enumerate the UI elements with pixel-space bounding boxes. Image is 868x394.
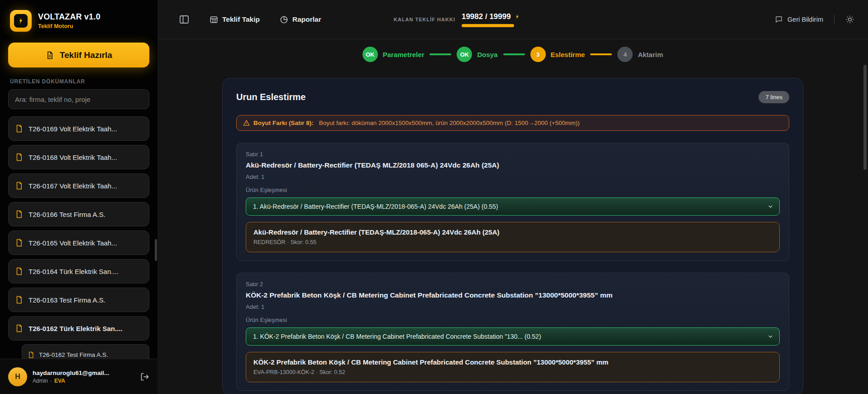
document-label: T26-0162 Test Firma A.S.	[39, 351, 108, 358]
document-list-item[interactable]: T26-0164 Türk Elektrik San....	[8, 259, 149, 283]
logout-icon[interactable]	[140, 372, 149, 381]
product-matching-card: Urun Eslestirme 7 lines Boyut Farkı (Sat…	[222, 78, 803, 394]
new-quote-label: Teklif Hazırla	[60, 50, 112, 60]
row-quantity: Adet: 1	[246, 173, 780, 180]
quota-value: 19982 / 19999	[462, 12, 511, 21]
app-header: VOLTAZAR v1.0 Teklif Motoru	[0, 0, 157, 36]
row-line-number: Satır 2	[246, 281, 780, 288]
document-list-item-active[interactable]: T26-0162 Türk Elektrik San....	[8, 316, 149, 341]
wizard-stepper: OK Parametreler OK Dosya 3 Eslestirme 4 …	[157, 47, 868, 62]
document-label: T26-0163 Test Firma A.S.	[29, 296, 105, 304]
row-line-number: Satır 1	[246, 151, 780, 158]
new-quote-button[interactable]: Teklif Hazırla	[8, 43, 149, 67]
matched-product-box: KÖK-2 Prefabrik Beton Köşk / CB Metering…	[246, 352, 780, 382]
matched-product-meta: EVA-PRB-13000-KÖK-2 · Skor: 0.52	[253, 369, 772, 375]
step-eslestirme[interactable]: 3 Eslestirme	[530, 47, 585, 62]
lines-count-badge: 7 lines	[758, 91, 789, 103]
role-separator: ·	[50, 378, 52, 384]
theme-toggle-sun-icon[interactable]	[845, 15, 854, 24]
matched-product-title: KÖK-2 Prefabrik Beton Köşk / CB Metering…	[253, 358, 772, 366]
document-label: T26-0162 Türk Elektrik San....	[29, 325, 123, 332]
file-icon	[15, 239, 23, 247]
warning-label: Boyut Farkı (Satır 8):	[253, 120, 314, 126]
file-icon	[15, 182, 23, 190]
user-role: Admin	[33, 378, 48, 384]
document-list-item[interactable]: T26-0166 Test Firma A.S.	[8, 202, 149, 226]
matching-row: Satır 1 Akü-Redresör / Battery-Rectifier…	[236, 143, 789, 261]
quota-progress-bar	[462, 24, 514, 27]
step-label: Eslestirme	[551, 51, 585, 58]
lightning-bolt-icon	[14, 14, 28, 28]
app-title: VOLTAZAR v1.0	[38, 12, 100, 22]
file-icon	[15, 324, 23, 332]
file-icon	[15, 296, 23, 304]
document-label: T26-0166 Test Firma A.S.	[29, 211, 105, 218]
step-parametreler[interactable]: OK Parametreler	[362, 47, 424, 62]
page-scrollbar[interactable]	[863, 65, 867, 170]
document-label: T26-0165 Volt Elektrik Taah...	[29, 239, 117, 247]
document-list-item[interactable]: T26-0169 Volt Elektrik Taah...	[8, 116, 149, 141]
main-area: Teklif Takip Raporlar KALAN TEKLİF HAKKI…	[157, 0, 868, 394]
nav-label: Teklif Takip	[222, 15, 260, 24]
document-label: T26-0168 Volt Elektrik Taah...	[29, 154, 117, 161]
app-logo	[10, 10, 32, 32]
document-list-item[interactable]: T26-0167 Volt Elektrik Taah...	[8, 173, 149, 198]
document-icon	[45, 51, 54, 60]
matched-product-box: Akü-Redresör / Battery-Rectifier (TEDAŞ-…	[246, 222, 780, 252]
document-label: T26-0167 Volt Elektrik Taah...	[29, 182, 117, 190]
feedback-button[interactable]: Geri Bildirim	[775, 15, 823, 24]
table-icon	[210, 15, 218, 24]
documents-list: T26-0169 Volt Elektrik Taah... T26-0168 …	[0, 115, 157, 359]
document-list-item[interactable]: T26-0168 Volt Elektrik Taah...	[8, 145, 149, 169]
file-icon	[15, 210, 23, 218]
file-icon	[28, 351, 34, 358]
step-label: Aktarim	[638, 51, 663, 58]
step-aktarim[interactable]: 4 Aktarim	[617, 47, 663, 62]
product-match-select[interactable]: 1. KÖK-2 Prefabrik Beton Köşk / CB Meter…	[246, 327, 780, 346]
document-label: T26-0164 Türk Elektrik San....	[29, 268, 119, 275]
avatar: H	[8, 367, 27, 386]
match-select-label: Ürün Eşleşmesi	[246, 317, 780, 323]
document-list-item[interactable]: T26-0165 Volt Elektrik Taah...	[8, 231, 149, 255]
user-email: haydarnuroglu61@gmail...	[33, 370, 135, 376]
file-icon	[15, 267, 23, 275]
quota-counter: KALAN TEKLİF HAKKI 19982 / 19999	[394, 0, 520, 39]
topbar: Teklif Takip Raporlar KALAN TEKLİF HAKKI…	[157, 0, 868, 39]
step-badge: 3	[530, 47, 546, 62]
file-icon	[15, 125, 23, 133]
row-quantity: Adet: 1	[246, 303, 780, 310]
sidebar: VOLTAZAR v1.0 Teklif Motoru Teklif Hazır…	[0, 0, 157, 394]
step-connector	[429, 53, 451, 55]
row-item-title: KÖK-2 Prefabrik Beton Köşk / CB Metering…	[246, 291, 780, 299]
documents-search-input[interactable]	[8, 89, 149, 109]
chat-bubble-icon	[775, 15, 783, 24]
step-label: Parametreler	[383, 51, 424, 58]
step-label: Dosya	[477, 51, 497, 58]
document-list-item[interactable]: T26-0163 Test Firma A.S.	[8, 288, 149, 312]
app-subtitle: Teklif Motoru	[38, 23, 100, 29]
product-match-select[interactable]: 1. Akü-Redresör / Battery-Rectifier (TED…	[246, 197, 780, 216]
warning-message: Boyut farkı: döküman 2000x1500x500mm, ür…	[319, 120, 580, 126]
step-connector	[590, 53, 612, 55]
file-icon	[15, 153, 23, 161]
sidebar-toggle-icon[interactable]	[179, 14, 190, 25]
nav-teklif-takip[interactable]: Teklif Takip	[210, 15, 260, 24]
row-item-title: Akü-Redresör / Battery-Rectifier (TEDAŞ …	[246, 161, 780, 169]
step-badge: OK	[457, 47, 472, 62]
card-title: Urun Eslestirme	[236, 92, 305, 102]
documents-section-header: ÜRETİLEN DÖKÜMANLAR	[10, 78, 148, 85]
feedback-label: Geri Bildirim	[787, 16, 823, 23]
step-dosya[interactable]: OK Dosya	[457, 47, 497, 62]
matched-product-title: Akü-Redresör / Battery-Rectifier (TEDAŞ-…	[253, 228, 772, 236]
document-child-item[interactable]: T26-0162 Test Firma A.S.	[22, 344, 149, 359]
pie-chart-icon	[280, 15, 288, 24]
document-label: T26-0169 Volt Elektrik Taah...	[29, 125, 117, 133]
topbar-divider	[834, 14, 835, 24]
sidebar-scrollbar[interactable]	[155, 239, 157, 261]
size-difference-warning: Boyut Farkı (Satır 8): Boyut farkı: dökü…	[236, 115, 789, 131]
lightning-bolt-icon	[514, 14, 520, 20]
matching-row: Satır 2 KÖK-2 Prefabrik Beton Köşk / CB …	[236, 273, 789, 391]
nav-raporlar[interactable]: Raporlar	[280, 15, 321, 24]
warning-icon	[243, 120, 250, 126]
quota-label: KALAN TEKLİF HAKKI	[394, 17, 455, 22]
